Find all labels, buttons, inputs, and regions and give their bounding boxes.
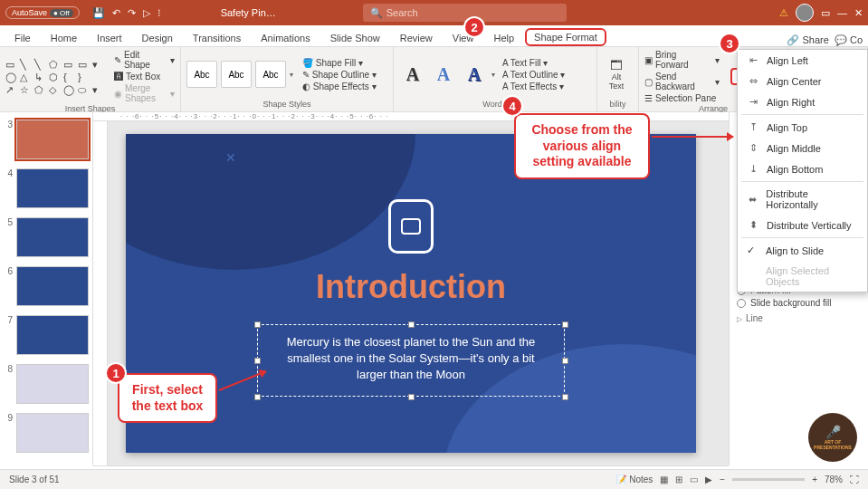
alt-text-button[interactable]: 🗔Alt Text bbox=[603, 58, 630, 91]
wordart-preset[interactable]: A bbox=[430, 61, 457, 88]
tab-design[interactable]: Design bbox=[133, 30, 182, 46]
wordart-preset[interactable]: A bbox=[399, 61, 426, 88]
thumbnail[interactable]: 6 bbox=[4, 266, 89, 306]
wordart-label: WordA bbox=[399, 99, 591, 109]
shapes-gallery[interactable]: ▭╲╲⬠▭▭▾ ◯△↳⬡{} ↗☆⬠◇◯⬭▾ bbox=[5, 59, 105, 95]
annotation-badge-3: 3 bbox=[719, 33, 740, 54]
selection-pane-button[interactable]: ☰ Selection Pane bbox=[644, 93, 720, 103]
thumbnail[interactable]: 4 bbox=[4, 168, 89, 208]
redo-icon[interactable]: ↷ bbox=[128, 7, 136, 19]
view-slideshow-icon[interactable]: ▶ bbox=[705, 475, 712, 484]
notes-toggle[interactable]: 📝 Notes bbox=[615, 475, 653, 484]
align-top-item[interactable]: ⤒Align Top bbox=[738, 117, 867, 138]
phone-icon bbox=[388, 199, 434, 254]
distribute-v-item[interactable]: ⬍Distribute Vertically bbox=[738, 215, 867, 235]
watermark-logo: 🎤 ART OF PRESENTATIONS bbox=[808, 413, 857, 462]
style-preset[interactable]: Abc bbox=[186, 61, 217, 88]
text-fill-button[interactable]: A Text Fill ▾ bbox=[502, 58, 565, 68]
group-accessibility: 🗔Alt Text bility bbox=[597, 47, 639, 111]
user-avatar[interactable] bbox=[796, 4, 814, 22]
tab-help[interactable]: Help bbox=[484, 30, 523, 46]
start-icon[interactable]: ▷ bbox=[143, 7, 150, 19]
zoom-in-icon[interactable]: + bbox=[812, 475, 817, 484]
tab-file[interactable]: File bbox=[5, 30, 40, 46]
thumbnail[interactable]: 9 bbox=[4, 413, 89, 453]
align-middle-item[interactable]: ⇕Align Middle bbox=[738, 138, 867, 158]
ribbon-options-icon[interactable]: ▭ bbox=[821, 7, 830, 19]
style-more-icon[interactable]: ▾ bbox=[290, 71, 293, 79]
shape-fill-button[interactable]: 🪣 Shape Fill ▾ bbox=[302, 58, 377, 68]
thumbnail[interactable]: 3 bbox=[4, 120, 89, 159]
annotation-callout-1: First, select the text box bbox=[118, 373, 217, 423]
minimize-icon[interactable]: — bbox=[837, 7, 847, 18]
view-reading-icon[interactable]: ▭ bbox=[690, 475, 698, 484]
align-center-item[interactable]: ⇔Align Center bbox=[738, 71, 867, 91]
line-section[interactable]: ▷Line bbox=[737, 313, 861, 323]
zoom-out-icon[interactable]: − bbox=[720, 475, 725, 484]
edit-shape-button[interactable]: ✎ Edit Shape ▾ bbox=[114, 50, 175, 70]
status-bar: Slide 3 of 51 📝 Notes ▦ ⊞ ▭ ▶ − + 78% ⛶ bbox=[0, 469, 868, 489]
group-insert-shapes: ▭╲╲⬠▭▭▾ ◯△↳⬡{} ↗☆⬠◇◯⬭▾ ✎ Edit Shape ▾ 🅰 … bbox=[0, 47, 181, 111]
zoom-slider[interactable] bbox=[732, 478, 805, 481]
fit-icon[interactable]: ⛶ bbox=[850, 475, 859, 484]
send-backward-button[interactable]: ▢ Send Backward ▾ bbox=[644, 72, 720, 91]
align-dropdown-menu: ⇤Align Left ⇔Align Center ⇥Align Right ⤒… bbox=[737, 49, 868, 292]
file-name: Safety Pin… bbox=[221, 7, 276, 18]
shape-effects-button[interactable]: ◐ Shape Effects ▾ bbox=[302, 82, 377, 91]
slide-thumbnails: 3 4 5 6 7 8 9 bbox=[0, 112, 93, 465]
annotation-badge-1: 1 bbox=[105, 362, 127, 384]
thumbnail[interactable]: 5 bbox=[4, 217, 89, 257]
shape-outline-button[interactable]: ✎ Shape Outline ▾ bbox=[302, 70, 377, 80]
annotation-badge-2: 2 bbox=[463, 16, 485, 38]
tab-review[interactable]: Review bbox=[391, 30, 442, 46]
align-left-item[interactable]: ⇤Align Left bbox=[738, 50, 867, 71]
annotation-callout-4: Choose from the various align setting av… bbox=[514, 113, 650, 179]
save-icon[interactable]: 💾 bbox=[92, 7, 105, 19]
close-icon[interactable]: ✕ bbox=[854, 7, 863, 19]
text-box-button[interactable]: 🅰 Text Box bbox=[114, 72, 175, 82]
tab-slideshow[interactable]: Slide Show bbox=[321, 30, 389, 46]
vertical-ruler bbox=[93, 121, 108, 465]
accessibility-label: bility bbox=[603, 99, 633, 109]
titlebar: AutoSave● Off 💾 ↶ ↷ ▷ ⁝ Safety Pin… 🔍 Se… bbox=[0, 0, 868, 25]
align-bottom-item[interactable]: ⤓Align Bottom bbox=[738, 158, 867, 179]
tab-insert[interactable]: Insert bbox=[88, 30, 131, 46]
thumbnail[interactable]: 8 bbox=[4, 364, 89, 404]
bring-forward-button[interactable]: ▣ Bring Forward ▾ bbox=[644, 50, 720, 70]
view-normal-icon[interactable]: ▦ bbox=[660, 475, 668, 484]
merge-shapes-button[interactable]: ◉ Merge Shapes ▾ bbox=[114, 83, 175, 103]
share-button[interactable]: 🔗 Share bbox=[787, 34, 828, 46]
autosave-toggle[interactable]: AutoSave● Off bbox=[5, 6, 80, 19]
more-icon[interactable]: ⁝ bbox=[157, 7, 161, 19]
group-shape-styles: Abc Abc Abc ▾ 🪣 Shape Fill ▾ ✎ Shape Out… bbox=[181, 47, 394, 111]
slide-title[interactable]: Introduction bbox=[126, 268, 696, 306]
zoom-level[interactable]: 78% bbox=[825, 475, 843, 484]
tab-animations[interactable]: Animations bbox=[252, 30, 319, 46]
text-outline-button[interactable]: A Text Outline ▾ bbox=[502, 70, 565, 80]
style-preset[interactable]: Abc bbox=[221, 61, 252, 88]
search-box[interactable]: 🔍 Search bbox=[363, 4, 567, 22]
selected-text-box[interactable]: Mercury is the closest planet to the Sun… bbox=[257, 324, 565, 397]
wordart-preset[interactable]: A bbox=[461, 61, 488, 88]
text-effects-button[interactable]: A Text Effects ▾ bbox=[502, 82, 565, 91]
view-sorter-icon[interactable]: ⊞ bbox=[675, 475, 682, 484]
align-selected-item: Align Selected Objects bbox=[738, 261, 867, 292]
thumbnail[interactable]: 7 bbox=[4, 315, 89, 355]
style-preset[interactable]: Abc bbox=[255, 61, 286, 88]
wordart-more-icon[interactable]: ▾ bbox=[491, 71, 495, 79]
fill-option[interactable]: Slide background fill bbox=[737, 298, 861, 308]
comments-button[interactable]: 💬 Co bbox=[835, 34, 863, 46]
tab-home[interactable]: Home bbox=[42, 30, 86, 46]
align-right-item[interactable]: ⇥Align Right bbox=[738, 91, 867, 112]
tab-transitions[interactable]: Transitions bbox=[184, 30, 250, 46]
annotation-badge-4: 4 bbox=[501, 95, 523, 117]
slide-counter[interactable]: Slide 3 of 51 bbox=[9, 475, 60, 484]
warning-icon[interactable]: ⚠ bbox=[779, 7, 788, 19]
annotation-arrow-4 bbox=[652, 136, 733, 138]
undo-icon[interactable]: ↶ bbox=[112, 7, 120, 19]
distribute-h-item[interactable]: ⬌Distribute Horizontally bbox=[738, 184, 867, 215]
align-to-slide-item[interactable]: Align to Slide bbox=[738, 240, 867, 261]
tab-shape-format[interactable]: Shape Format bbox=[525, 28, 606, 46]
group-wordart-styles: A A A ▾ A Text Fill ▾ A Text Outline ▾ A… bbox=[394, 47, 597, 111]
